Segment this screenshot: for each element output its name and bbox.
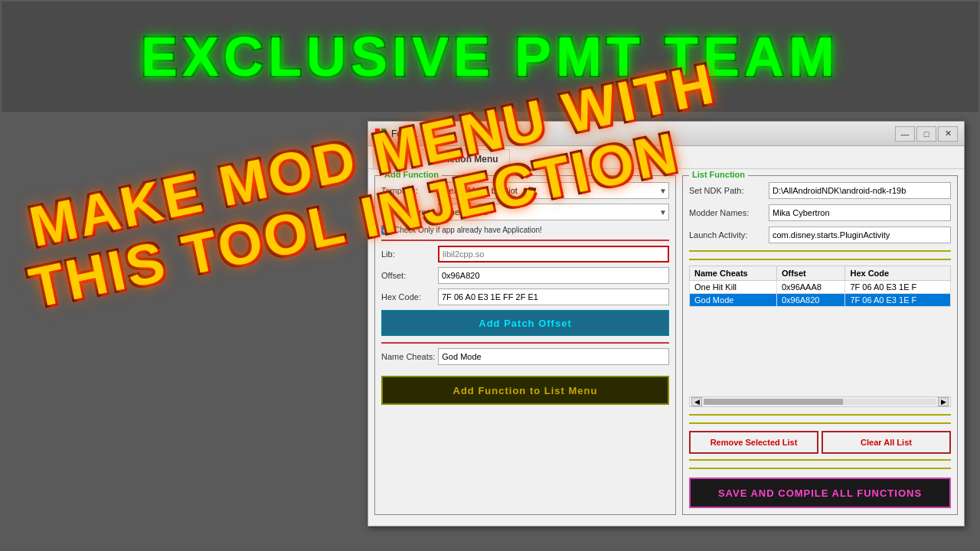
- modder-row: Modder Names:: [689, 204, 951, 221]
- remove-selected-button[interactable]: Remove Selected List: [689, 431, 818, 454]
- lib-input[interactable]: [438, 246, 669, 262]
- cell-name: One Hit Kill: [690, 281, 777, 294]
- minimize-button[interactable]: —: [895, 126, 915, 142]
- svg-rect-2: [375, 135, 380, 139]
- template-value: Create Menu by Riot: [440, 186, 518, 195]
- tab-bar: About Function Menu: [368, 146, 964, 169]
- name-cheats-row: Name Cheats:: [381, 348, 669, 365]
- modder-label: Modder Names:: [689, 208, 766, 217]
- cell-offset: 0x96A820: [776, 294, 845, 307]
- divider-yellow-6: [689, 468, 951, 469]
- table-row[interactable]: One Hit Kill 0x96AAA8 7F 06 A0 E3 1E F: [690, 281, 951, 294]
- architectures-value: armeabi-v7a: [440, 207, 487, 217]
- cheat-table: Name Cheats Offset Hex Code One Hit Kill…: [689, 266, 951, 307]
- title-bar: Form1 — □ ✕: [368, 122, 964, 146]
- modder-input[interactable]: [769, 204, 951, 221]
- template-row: Template: Create Menu by Riot ▼: [381, 182, 669, 199]
- restore-button[interactable]: □: [916, 126, 936, 142]
- cell-hex: 7F 06 A0 E3 1E F: [845, 281, 951, 294]
- divider-yellow-2: [689, 259, 951, 260]
- svg-rect-3: [381, 135, 386, 139]
- form-icon: [374, 128, 387, 140]
- activity-row: Launch Activity:: [689, 227, 951, 243]
- activity-input[interactable]: [769, 227, 951, 243]
- checkbox-row: Check Only if app already have Applicati…: [381, 225, 669, 235]
- divider-yellow-1: [689, 250, 951, 252]
- divider-yellow-3: [689, 414, 951, 416]
- add-function-button[interactable]: Add Function to List Menu: [381, 376, 669, 405]
- scroll-track: [704, 399, 936, 405]
- close-button[interactable]: ✕: [938, 126, 958, 142]
- col-name-cheats: Name Cheats: [690, 266, 777, 281]
- hex-label: Hex Code:: [381, 292, 435, 302]
- main-area: MAKE MOD MENU WITH THIS TOOL INJECTION F…: [0, 113, 980, 551]
- form-content: Add Function Template: Create Menu by Ri…: [368, 169, 964, 521]
- architectures-select[interactable]: armeabi-v7a ▼: [438, 204, 669, 220]
- scroll-thumb: [704, 399, 843, 405]
- cell-name: God Mode: [690, 294, 777, 307]
- architectures-row: Architectures: armeabi-v7a ▼: [381, 204, 669, 220]
- app-checkbox[interactable]: [381, 225, 391, 235]
- cell-hex: 7F 06 A0 E3 1E F: [845, 294, 951, 307]
- template-select[interactable]: Create Menu by Riot ▼: [438, 182, 669, 199]
- window-controls: — □ ✕: [895, 126, 958, 142]
- tab-about[interactable]: About: [373, 149, 420, 168]
- lib-row: Lib:: [381, 246, 669, 262]
- left-panel-legend: Add Function: [381, 170, 442, 179]
- window-title: Form1: [391, 129, 895, 139]
- hex-input[interactable]: [438, 289, 669, 305]
- scroll-left-btn[interactable]: ◀: [691, 397, 702, 406]
- hex-row: Hex Code:: [381, 289, 669, 305]
- ndk-row: Set NDK Path:: [689, 182, 951, 199]
- action-buttons-row: Remove Selected List Clear All List: [689, 431, 951, 454]
- add-patch-button[interactable]: Add Patch Offset: [381, 310, 669, 336]
- divider-yellow-5: [689, 459, 951, 461]
- col-offset: Offset: [776, 266, 845, 281]
- checkbox-label: Check Only if app already have Applicati…: [394, 226, 542, 234]
- col-hex-code: Hex Code: [845, 266, 951, 281]
- ndk-input[interactable]: [769, 182, 951, 199]
- template-label: Template:: [381, 186, 435, 195]
- form-window: Form1 — □ ✕ About Function Menu Add Func…: [368, 121, 965, 527]
- horizontal-scrollbar[interactable]: ◀ ▶: [689, 396, 951, 407]
- tab-function-menu[interactable]: Function Menu: [421, 149, 509, 169]
- header-title: EXCLUSIVE PMT TEAM: [141, 25, 839, 88]
- name-cheats-label: Name Cheats:: [381, 352, 435, 361]
- architectures-label: Architectures:: [381, 207, 435, 217]
- name-cheats-input[interactable]: [438, 348, 669, 365]
- template-arrow: ▼: [659, 187, 667, 195]
- table-row[interactable]: God Mode 0x96A820 7F 06 A0 E3 1E F: [690, 294, 951, 307]
- offset-label: Offset:: [381, 271, 435, 280]
- offset-input[interactable]: [438, 267, 669, 284]
- divider-yellow-4: [689, 422, 951, 424]
- ndk-label: Set NDK Path:: [689, 186, 766, 195]
- right-panel-legend: List Function: [689, 170, 748, 179]
- divider-2: [381, 342, 669, 344]
- divider-1: [381, 240, 669, 241]
- right-panel: List Function Set NDK Path: Modder Names…: [682, 175, 958, 515]
- header-banner: EXCLUSIVE PMT TEAM: [0, 0, 980, 113]
- save-compile-button[interactable]: SAVE AND COMPILE ALL FUNCTIONS: [689, 478, 951, 508]
- svg-rect-0: [375, 129, 380, 133]
- scroll-right-btn[interactable]: ▶: [938, 397, 949, 406]
- left-panel: Add Function Template: Create Menu by Ri…: [374, 175, 676, 515]
- clear-all-button[interactable]: Clear All List: [822, 431, 951, 454]
- activity-label: Launch Activity:: [689, 230, 766, 240]
- architectures-arrow: ▼: [659, 208, 667, 217]
- offset-row: Offset:: [381, 267, 669, 284]
- lib-label: Lib:: [381, 249, 435, 259]
- cheat-table-container: Name Cheats Offset Hex Code One Hit Kill…: [689, 266, 951, 391]
- cell-offset: 0x96AAA8: [776, 281, 845, 294]
- svg-rect-1: [381, 129, 386, 133]
